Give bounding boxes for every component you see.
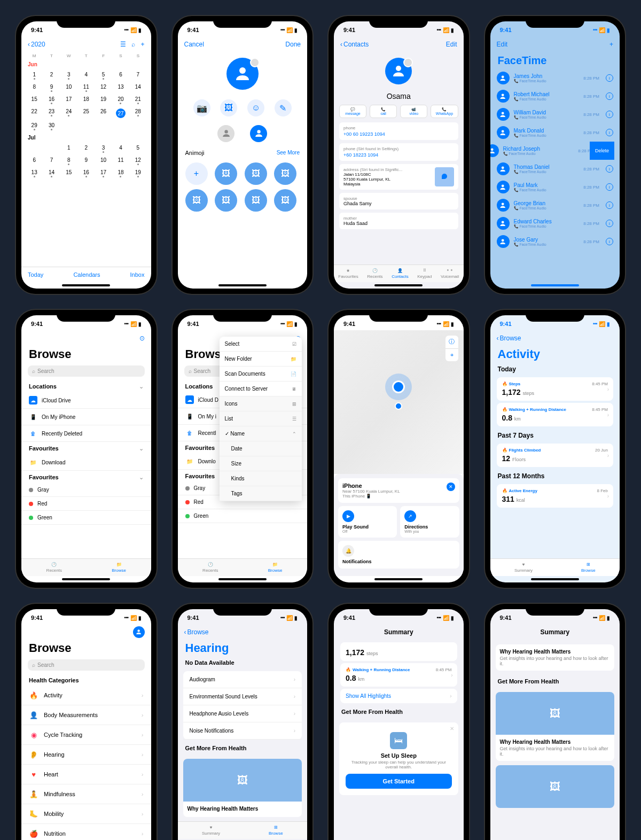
list-icon[interactable]: ☰ — [120, 41, 126, 48]
calendar-day[interactable]: 8 — [60, 155, 77, 167]
today-button[interactable]: Today — [28, 271, 43, 278]
facetime-item[interactable]: Paul Mark📞 FaceTime Audio8:28 PMi — [490, 178, 620, 196]
activity-card[interactable]: 🔥 Walking + Running Distance8:45 PM0.8 k… — [340, 663, 457, 687]
calendar-day[interactable] — [129, 120, 146, 133]
calendar-day[interactable]: 5 — [95, 69, 112, 82]
add-button[interactable]: + — [609, 41, 613, 48]
calendar-day[interactable]: 25 — [77, 106, 95, 120]
map[interactable]: ⓘ ⌖ — [334, 330, 464, 474]
home-indicator[interactable] — [218, 578, 267, 580]
calendar-day[interactable]: 13 — [112, 82, 129, 94]
calendar-day[interactable]: 7 — [129, 69, 146, 82]
calendar-day[interactable]: 16 — [43, 94, 60, 106]
info-icon[interactable]: i — [606, 201, 613, 209]
calendar-day[interactable] — [26, 143, 43, 155]
emoji-icon[interactable]: ☺ — [247, 99, 264, 116]
facetime-item[interactable]: Edward Charles📞 FaceTime Audio8:28 PMi — [490, 214, 620, 232]
menu-tags[interactable]: Tags — [220, 486, 302, 501]
edit-button[interactable]: Edit — [446, 41, 457, 48]
calendar-day[interactable]: 3 — [95, 143, 112, 155]
favourite-item[interactable]: 📁Download — [21, 454, 151, 471]
map-controls[interactable]: ⓘ ⌖ — [445, 336, 458, 361]
animoji-option[interactable]: 🖼 — [274, 189, 296, 212]
back-button[interactable]: ‹2020 — [28, 41, 45, 48]
phone-field[interactable]: phone+00 60 19223 1094 — [339, 122, 458, 140]
category-item[interactable]: 👤Body Measurements› — [21, 705, 151, 725]
tab-contacts[interactable]: 👤Contacts — [392, 268, 409, 279]
calendar-day[interactable]: 13 — [26, 167, 43, 180]
calendar-day[interactable]: 12 — [95, 82, 112, 94]
chevron-down-icon[interactable]: ⌄ — [139, 445, 144, 452]
location-item[interactable]: ☁iCloud Drive — [21, 392, 151, 409]
home-indicator[interactable] — [218, 284, 267, 286]
mother-field[interactable]: motherHuda Saad — [339, 213, 458, 229]
activity-card[interactable]: 1,172 steps — [340, 642, 457, 661]
category-item[interactable]: 🧘Mindfulness› — [21, 784, 151, 804]
info-icon[interactable]: i — [606, 92, 613, 100]
calendar-day[interactable]: 14 — [129, 82, 146, 94]
tab-recents[interactable]: 🕐Recents — [367, 268, 382, 279]
facetime-item[interactable]: William David📞 FaceTime Audio8:28 PMi — [490, 105, 620, 123]
delete-button[interactable]: Delete — [590, 142, 614, 160]
calendar-day[interactable]: 14 — [43, 167, 60, 180]
tab-recents[interactable]: 🕐Recents — [46, 562, 62, 573]
menu-size[interactable]: Size — [220, 456, 302, 471]
close-icon[interactable]: ✕ — [447, 483, 455, 491]
tab-browse[interactable]: 📁Browse — [268, 562, 283, 573]
facetime-item[interactable]: Robert Michael📞 FaceTime Audio8:28 PMi — [490, 87, 620, 105]
tab-browse[interactable]: ⊞Browse — [269, 825, 283, 836]
category-item[interactable]: 🔥Activity› — [21, 686, 151, 705]
calendar-day[interactable]: 3 — [60, 69, 77, 82]
add-icon[interactable]: + — [140, 41, 144, 48]
activity-card[interactable]: 🔥 Walking + Running Distance8:45 PM0.8 k… — [497, 403, 614, 426]
facetime-item[interactable]: George Brian📞 FaceTime Audio8:28 PMi — [490, 196, 620, 214]
calendar-day[interactable]: 16 — [77, 167, 95, 180]
info-card[interactable]: 🖼 Why Hearing Health Matters — [183, 759, 302, 817]
calendar-day[interactable] — [112, 120, 129, 133]
tab-keypad[interactable]: ⠿Keypad — [417, 268, 432, 279]
calendars-button[interactable]: Calendars — [73, 271, 100, 278]
location-item[interactable]: 🗑Recently Deleted — [21, 425, 151, 442]
inbox-button[interactable]: Inbox — [130, 271, 145, 278]
info-icon[interactable]: i — [606, 74, 613, 82]
menu-select[interactable]: Select☑ — [220, 337, 302, 352]
cancel-button[interactable]: Cancel — [184, 41, 204, 48]
info-icon[interactable]: ⓘ — [445, 336, 458, 349]
facetime-item[interactable]: Richard Joseph📞 FaceTime Audio8:28 PMiDe… — [490, 142, 615, 160]
hearing-item[interactable]: Noise Notifications› — [183, 722, 302, 740]
home-indicator[interactable] — [62, 284, 110, 286]
more-icon[interactable]: ⊙ — [139, 335, 145, 342]
calendar-day[interactable]: 20 — [112, 94, 129, 106]
phone-field[interactable]: phone (Siri found in Settings)+60 18223 … — [339, 143, 458, 161]
calendar-day[interactable]: 17 — [60, 94, 77, 106]
bottom-sheet[interactable]: iPhoneNear 57100 Kuala Lumpur, KLThis iP… — [334, 474, 464, 576]
chevron-down-icon[interactable]: ⌄ — [139, 474, 144, 481]
animoji-option[interactable]: 🖼 — [185, 189, 208, 212]
category-item[interactable]: 🦶Mobility› — [21, 804, 151, 824]
home-indicator[interactable] — [374, 578, 423, 580]
message-button[interactable]: 💬message — [339, 105, 366, 118]
tab-summary[interactable]: ♥Summary — [202, 825, 220, 836]
search-input[interactable]: ⌕ Search — [28, 365, 145, 377]
calendar-day[interactable]: 23 — [43, 106, 60, 120]
animoji-option[interactable]: 🖼 — [215, 189, 237, 212]
animoji-option[interactable]: 🖼 — [274, 162, 296, 185]
avatar-preview[interactable] — [226, 58, 259, 90]
back-button[interactable]: ‹Browse — [497, 335, 521, 342]
animoji-option[interactable]: 🖼 — [245, 189, 267, 212]
tag-item[interactable]: Green — [178, 509, 308, 523]
calendar-day[interactable]: 6 — [112, 69, 129, 82]
info-card[interactable]: 🖼Why Hearing Health MattersGet insights … — [496, 692, 615, 761]
category-item[interactable]: ◉Cycle Tracking› — [21, 725, 151, 745]
animoji-option[interactable]: 🖼 — [215, 162, 237, 185]
calendar-day[interactable]: 2 — [77, 143, 95, 155]
calendar-day[interactable]: 12 — [129, 155, 146, 167]
calendar-day[interactable]: 6 — [26, 155, 43, 167]
menu-scan[interactable]: Scan Documents📄 — [220, 367, 302, 382]
menu-kinds[interactable]: Kinds — [220, 471, 302, 486]
calendar-day[interactable]: 29 — [26, 120, 43, 133]
avatar-option[interactable] — [217, 125, 234, 142]
calendar-day[interactable]: 27 — [112, 106, 129, 120]
menu-connect[interactable]: Connect to Server🖥 — [220, 382, 302, 396]
calendar-day[interactable]: 15 — [26, 94, 43, 106]
